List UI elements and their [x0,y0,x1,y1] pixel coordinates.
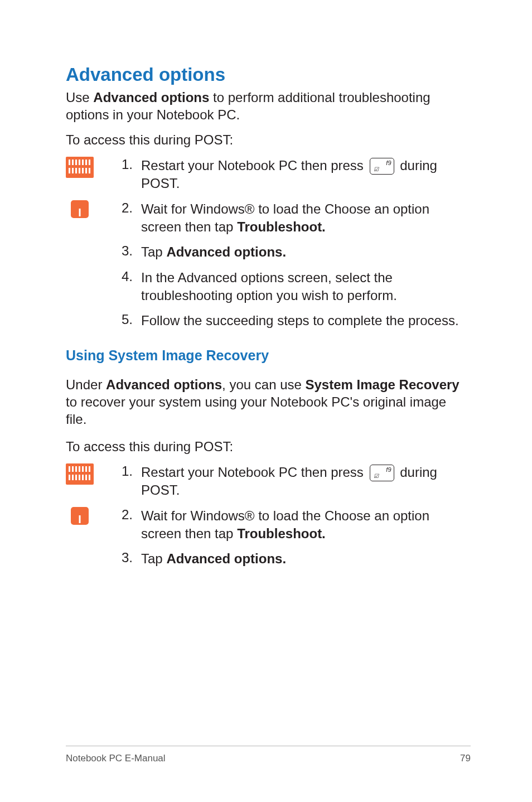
steps-section-b: 1. Restart your Notebook PC then press d… [66,463,471,568]
step3-pre: Tap [141,244,166,259]
step-b1: 1. Restart your Notebook PC then press d… [66,463,471,499]
keyboard-icon [66,157,94,178]
intro-bold: Advanced options [93,90,209,105]
stepb3-pre: Tap [141,551,166,566]
step-number: 1. [122,463,141,479]
step-content: Restart your Notebook PC then press duri… [141,157,471,192]
step-number: 2. [122,507,141,523]
keyboard-icon [66,463,94,485]
step-b3: 3. Tap Advanced options. [66,550,471,568]
step-number: 3. [122,243,141,259]
step-1: 1. Restart your Notebook PC then press d… [66,157,471,192]
access-line-1: To access this during POST: [66,131,471,148]
step-3: 3. Tap Advanced options. [66,243,471,261]
sub-intro-p1: Under [66,377,106,392]
stepb3-bold: Advanced options. [166,551,286,566]
icon-column [66,200,122,218]
icon-column [66,507,122,525]
sub-intro-b2: System Image Recovery [306,377,460,392]
step-4: 4. In the Advanced options screen, selec… [66,269,471,304]
intro-text: Use Advanced options to perform addition… [66,89,471,123]
step-content: Wait for Windows® to load the Choose an … [141,507,471,542]
footer-page-number: 79 [460,753,471,764]
step-content: Tap Advanced options. [141,550,471,568]
access-line-2: To access this during POST: [66,438,471,455]
step-number: 1. [122,157,141,172]
notebook-icon [71,507,89,525]
steps-section-a: 1. Restart your Notebook PC then press d… [66,157,471,330]
step2-bold: Troubleshoot. [237,219,326,234]
step-number: 4. [122,269,141,284]
sub-intro-p3: to recover your system using your Notebo… [66,394,446,427]
notebook-icon [71,200,89,218]
stepb2-bold: Troubleshoot. [237,526,326,541]
page-footer: Notebook PC E-Manual 79 [66,746,471,764]
f9-key-icon [370,158,394,175]
page-content: Advanced options Use Advanced options to… [0,0,532,568]
icon-column [66,463,122,485]
sub-intro-b1: Advanced options [106,377,222,392]
footer-title: Notebook PC E-Manual [66,753,166,764]
sub-intro-text: Under Advanced options, you can use Syst… [66,376,471,428]
step-number: 3. [122,550,141,566]
step-content: In the Advanced options screen, select t… [141,269,471,304]
step-number: 2. [122,200,141,216]
icon-column [66,157,122,178]
heading-advanced-options: Advanced options [66,64,471,85]
intro-pre: Use [66,90,93,105]
sub-intro-p2: , you can use [222,377,305,392]
f9-key-icon [370,465,394,481]
step-b2: 2. Wait for Windows® to load the Choose … [66,507,471,542]
step-content: Tap Advanced options. [141,243,471,261]
heading-system-image-recovery: Using System Image Recovery [66,347,471,364]
step-content: Wait for Windows® to load the Choose an … [141,200,471,235]
step-2: 2. Wait for Windows® to load the Choose … [66,200,471,235]
step-number: 5. [122,312,141,327]
stepb1-pre: Restart your Notebook PC then press [141,465,367,480]
step3-bold: Advanced options. [166,244,286,259]
step-5: 5. Follow the succeeding steps to comple… [66,312,471,330]
step1-pre: Restart your Notebook PC then press [141,158,367,173]
step-content: Restart your Notebook PC then press duri… [141,463,471,499]
step-content: Follow the succeeding steps to complete … [141,312,471,330]
